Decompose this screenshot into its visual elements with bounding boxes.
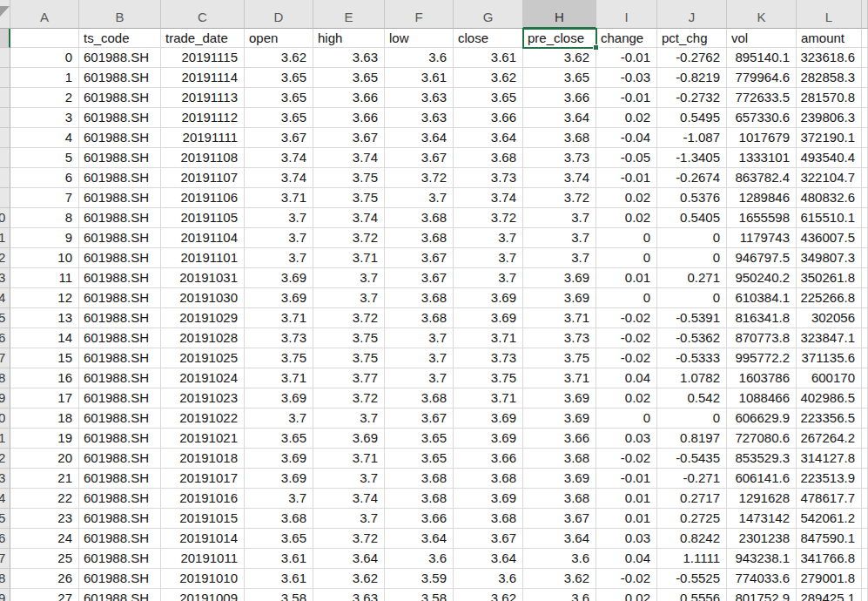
cell-L23[interactable]: 223513.9	[797, 469, 862, 489]
cell-I19[interactable]: 0.02	[596, 388, 657, 409]
cell-K4[interactable]: 772633.5	[727, 88, 797, 108]
cell-C5[interactable]: 20191112	[161, 108, 245, 128]
cell-K8[interactable]: 863782.4	[727, 168, 797, 188]
cell-C18[interactable]: 20191024	[161, 368, 245, 388]
cell-D5[interactable]: 3.65	[245, 108, 313, 128]
cell-C7[interactable]: 20191108	[161, 148, 245, 168]
cell-partial[interactable]	[862, 549, 868, 569]
cell-F10[interactable]: 3.68	[385, 208, 454, 228]
cell-A15[interactable]: 13	[10, 308, 79, 328]
cell-E29[interactable]: 3.63	[313, 589, 385, 601]
cell-A4[interactable]: 2	[10, 88, 79, 108]
cell-E6[interactable]: 3.67	[313, 128, 385, 148]
cell-J27[interactable]: 1.1111	[657, 549, 727, 569]
cell-A27[interactable]: 25	[10, 549, 79, 569]
cell-E23[interactable]: 3.7	[313, 469, 385, 489]
cell-C23[interactable]: 20191017	[161, 469, 245, 489]
cell-G15[interactable]: 3.69	[454, 308, 523, 328]
header-cell-change[interactable]: change	[596, 29, 657, 48]
cell-F16[interactable]: 3.7	[385, 328, 454, 348]
cell-L17[interactable]: 371135.6	[797, 348, 862, 368]
cell-J7[interactable]: -1.3405	[657, 148, 727, 168]
cell-partial[interactable]	[862, 429, 868, 449]
row-header-26[interactable]: 6	[0, 529, 10, 549]
cell-J24[interactable]: 0.2717	[657, 489, 727, 509]
cell-C26[interactable]: 20191014	[161, 529, 245, 549]
cell-G28[interactable]: 3.6	[454, 569, 523, 589]
cell-J5[interactable]: 0.5495	[657, 108, 727, 128]
column-header-C[interactable]: C	[161, 0, 245, 29]
cell-G13[interactable]: 3.7	[454, 268, 523, 288]
cell-K17[interactable]: 995772.2	[727, 348, 797, 368]
cell-G22[interactable]: 3.66	[454, 449, 523, 469]
cell-H28[interactable]: 3.62	[523, 569, 596, 589]
cell-A17[interactable]: 15	[10, 348, 79, 368]
cell-E21[interactable]: 3.69	[313, 429, 385, 449]
cell-partial[interactable]	[862, 168, 868, 188]
cell-G11[interactable]: 3.7	[454, 228, 523, 248]
cell-L7[interactable]: 493540.4	[797, 148, 862, 168]
cell-F15[interactable]: 3.68	[385, 308, 454, 328]
cell-A28[interactable]: 26	[10, 569, 79, 589]
cell-C3[interactable]: 20191114	[161, 68, 245, 88]
cell-K16[interactable]: 870773.8	[727, 328, 797, 348]
cell-E4[interactable]: 3.66	[313, 88, 385, 108]
row-header-17[interactable]: 7	[0, 348, 10, 368]
cell-G27[interactable]: 3.64	[454, 549, 523, 569]
cell-B16[interactable]: 601988.SH	[79, 328, 161, 348]
cell-B18[interactable]: 601988.SH	[79, 368, 161, 388]
cell-I25[interactable]: 0.01	[596, 509, 657, 529]
cell-H12[interactable]: 3.7	[523, 248, 596, 268]
cell-H8[interactable]: 3.74	[523, 168, 596, 188]
cell-F14[interactable]: 3.68	[385, 288, 454, 308]
cell-F22[interactable]: 3.65	[385, 449, 454, 469]
cell-H27[interactable]: 3.6	[523, 549, 596, 569]
cell-D7[interactable]: 3.74	[245, 148, 313, 168]
cell-D19[interactable]: 3.69	[245, 388, 313, 409]
cell-A19[interactable]: 17	[10, 388, 79, 409]
cell-K27[interactable]: 943238.1	[727, 549, 797, 569]
cell-J17[interactable]: -0.5333	[657, 348, 727, 368]
cell-E5[interactable]: 3.66	[313, 108, 385, 128]
cell-G8[interactable]: 3.73	[454, 168, 523, 188]
cell-I26[interactable]: 0.03	[596, 529, 657, 549]
cell-K28[interactable]: 774033.6	[727, 569, 797, 589]
cell-A3[interactable]: 1	[10, 68, 79, 88]
cell-E20[interactable]: 3.7	[313, 409, 385, 429]
cell-partial[interactable]	[862, 469, 868, 489]
cell-A6[interactable]: 4	[10, 128, 79, 148]
cell-J13[interactable]: 0.271	[657, 268, 727, 288]
cell-F18[interactable]: 3.7	[385, 368, 454, 388]
cell-L29[interactable]: 289425.1	[797, 589, 862, 601]
cell-A16[interactable]: 14	[10, 328, 79, 348]
row-header-4[interactable]	[0, 88, 10, 108]
cell-E25[interactable]: 3.7	[313, 509, 385, 529]
cell-F26[interactable]: 3.64	[385, 529, 454, 549]
cell-I16[interactable]: -0.02	[596, 328, 657, 348]
cell-I4[interactable]: -0.01	[596, 88, 657, 108]
cell-G14[interactable]: 3.69	[454, 288, 523, 308]
cell-partial[interactable]	[862, 228, 868, 248]
cell-A24[interactable]: 22	[10, 489, 79, 509]
cell-partial[interactable]	[862, 88, 868, 108]
cell-B24[interactable]: 601988.SH	[79, 489, 161, 509]
cell-C25[interactable]: 20191015	[161, 509, 245, 529]
cell-D10[interactable]: 3.7	[245, 208, 313, 228]
cell-B12[interactable]: 601988.SH	[79, 248, 161, 268]
cell-G3[interactable]: 3.62	[454, 68, 523, 88]
cell-L3[interactable]: 282858.3	[797, 68, 862, 88]
column-header-H[interactable]: H	[523, 0, 596, 29]
cell-C6[interactable]: 20191111	[161, 128, 245, 148]
cell-C15[interactable]: 20191029	[161, 308, 245, 328]
cell-B25[interactable]: 601988.SH	[79, 509, 161, 529]
cell-K29[interactable]: 801752.9	[727, 589, 797, 601]
cell-A14[interactable]: 12	[10, 288, 79, 308]
header-cell-open[interactable]: open	[245, 29, 313, 48]
cell-F13[interactable]: 3.67	[385, 268, 454, 288]
cell-partial[interactable]	[862, 388, 868, 409]
cell-B23[interactable]: 601988.SH	[79, 469, 161, 489]
cell-H23[interactable]: 3.69	[523, 469, 596, 489]
cell-B17[interactable]: 601988.SH	[79, 348, 161, 368]
cell-C10[interactable]: 20191105	[161, 208, 245, 228]
cell-L9[interactable]: 480832.6	[797, 188, 862, 208]
